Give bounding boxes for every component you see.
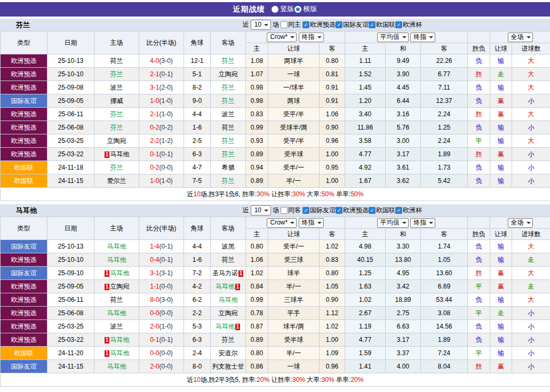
result-handicap: 输 [490, 253, 512, 267]
average-select[interactable]: 平均值 [377, 218, 409, 228]
avg-draw-odds: 9.49 [386, 54, 421, 68]
home-team-name: 波兰 [110, 323, 123, 330]
avg-home-odds: 1.67 [345, 174, 386, 188]
crow-away-odds: 0.80 [320, 267, 345, 280]
crow-away-odds: 0.81 [320, 68, 345, 81]
halftime-score: (0-0) [160, 363, 173, 370]
result-goals: 小 [512, 307, 550, 320]
rank-mark: 1 [235, 324, 241, 330]
avg-home-odds: 1.45 [345, 81, 386, 94]
home-team: 波兰 [94, 81, 139, 94]
league-checkbox[interactable]: 国际友谊 [302, 206, 336, 215]
avg-away-odds: 13.60 [421, 267, 468, 280]
away-team: 芬兰 [211, 94, 246, 108]
scope-select[interactable]: 全场 [508, 218, 533, 228]
corners: 5-3 [184, 320, 211, 333]
checkbox-icon [336, 21, 342, 28]
result-wdl: 负 [468, 94, 490, 108]
league-checkbox-label: 国际友谊 [343, 20, 369, 29]
summary-line: 近10场,胜3平1负6, 胜率:30% 让胜率:30% 大率:50% 单率:50… [1, 188, 550, 201]
home-team: 立陶宛 [94, 134, 139, 148]
version-radio-label: 竖版 [281, 4, 294, 14]
rank-mark: 1 [105, 337, 110, 343]
match-date: 25-06-11 [47, 108, 94, 121]
match-count-select[interactable]: 10 [251, 205, 271, 215]
handicap-line: 半/一 [268, 174, 320, 188]
result-handicap: 赢 [490, 148, 512, 161]
league-checkbox[interactable]: 欧洲杯 [395, 20, 422, 29]
avg-home-odds: 4.92 [345, 161, 386, 174]
away-team-name: 立陶宛 [219, 70, 238, 78]
same-venue-checkbox[interactable]: 同客 [281, 206, 301, 215]
summary-value: 30% [292, 376, 305, 383]
avg-home-odds: 1.52 [345, 68, 386, 81]
match-count-select[interactable]: 10 [251, 20, 271, 30]
result-wdl: 胜 [468, 108, 490, 121]
away-team-name: 芬兰 [222, 150, 235, 158]
version-radio[interactable]: 竖版 [272, 4, 294, 14]
crow-away-odds: 0.95 [320, 161, 345, 174]
table-row: 国际友谊 25-09-10 1马耳他 3-1(3-1) 7-2 圣马力诺1 1.… [1, 267, 550, 280]
fulltime-score: 0-0 [150, 309, 159, 317]
league-checkbox[interactable]: 欧洲预选 [302, 20, 336, 29]
avg-odds-type-select[interactable]: 终指 [410, 218, 435, 228]
average-select-value: 平均值 [380, 219, 400, 227]
result-handicap: 输 [490, 333, 512, 347]
league-checkbox[interactable]: 欧洲预选 [336, 206, 369, 215]
league-checkbox[interactable]: 欧国联 [369, 206, 395, 215]
league-checkbox[interactable]: 欧国联 [369, 20, 395, 29]
score-cell: 2-2(1-2) [139, 134, 184, 148]
avg-draw-odds: 3.16 [386, 108, 421, 121]
chevron-down-icon [290, 222, 294, 226]
result-wdl: 负 [468, 121, 490, 134]
avg-odds-type-select[interactable]: 终指 [410, 33, 435, 42]
away-team: 马耳他1 [211, 320, 246, 333]
fulltime-score: 2-0 [150, 323, 159, 330]
avg-away-odds: 1.89 [421, 333, 468, 347]
avg-away-odds: 2.24 [421, 134, 468, 148]
handicap-line: 球半 [268, 267, 320, 280]
col-handicap: 让球 [268, 43, 320, 54]
result-goals: 小 [512, 148, 550, 161]
away-team: 立陶宛 [211, 307, 246, 320]
col-handicap-result: 让球 [490, 229, 512, 240]
league-checkbox[interactable]: 欧洲杯 [395, 206, 422, 215]
bookmaker-select[interactable]: Crow* [267, 218, 297, 228]
crow-odds-type-value: 终指 [302, 33, 315, 41]
results-table: 类型 日期 主场 比分(半场) 角球 客场 Crow* 终指 平均值 终指 [0, 217, 550, 387]
checkbox-icon [395, 207, 402, 214]
crow-odds-type-select[interactable]: 终指 [299, 33, 324, 42]
halftime-score: (0-1) [160, 256, 173, 263]
header-select-row: 类型 日期 主场 比分(半场) 角球 客场 Crow* 终指 平均值 终指 [1, 217, 550, 229]
avg-draw-odds: 18.89 [386, 293, 421, 307]
result-wdl: 负 [468, 240, 490, 253]
away-team: 安道尔 [211, 347, 246, 360]
away-team-name: 安道尔 [219, 349, 238, 357]
average-select[interactable]: 平均值 [377, 33, 409, 42]
avg-away-odds: 7.11 [421, 81, 468, 94]
bookmaker-select[interactable]: Crow* [267, 33, 297, 42]
filter-bar: 近 10 场 同客 国际友谊欧洲预选欧国联欧洲杯 [243, 205, 422, 215]
summary-row: 近10场,胜2平3负5, 胜率:20% 让胜率:30% 大率:30% 单率:20… [1, 373, 550, 387]
league-checkbox[interactable]: 国际友谊 [336, 20, 369, 29]
crow-odds-type-select[interactable]: 终指 [299, 218, 324, 228]
summary-value: 50% [322, 190, 334, 198]
same-venue-checkbox[interactable]: 同主 [281, 20, 301, 29]
scope-select[interactable]: 全场 [508, 33, 533, 42]
away-team: 荷兰 [211, 253, 246, 267]
corners: 2-4 [184, 347, 211, 360]
home-team-name: 马耳他 [110, 150, 129, 158]
league-checkbox-label: 欧国联 [376, 206, 395, 215]
crow-home-odds: 0.80 [246, 347, 268, 360]
col-home: 主场 [94, 31, 139, 54]
avg-home-odds: 2.67 [345, 307, 386, 320]
section-bar: 马耳他 近 10 场 同客 国际友谊欧洲预选欧国联欧洲杯 [0, 204, 550, 217]
col-corners: 角球 [184, 217, 211, 240]
summary-text: 让胜率: [269, 376, 292, 383]
table-row: 欧洲预选 25-06-11 芬兰 2-1(1-0) 4-4 波兰 0.83 受平… [1, 108, 550, 121]
crow-away-odds: 0.83 [320, 253, 345, 267]
match-date: 25-06-08 [47, 307, 94, 320]
crow-home-odds: 0.83 [246, 108, 268, 121]
score-cell: 0-0(0-0) [139, 347, 184, 360]
version-radio[interactable]: 横版 [294, 4, 317, 14]
